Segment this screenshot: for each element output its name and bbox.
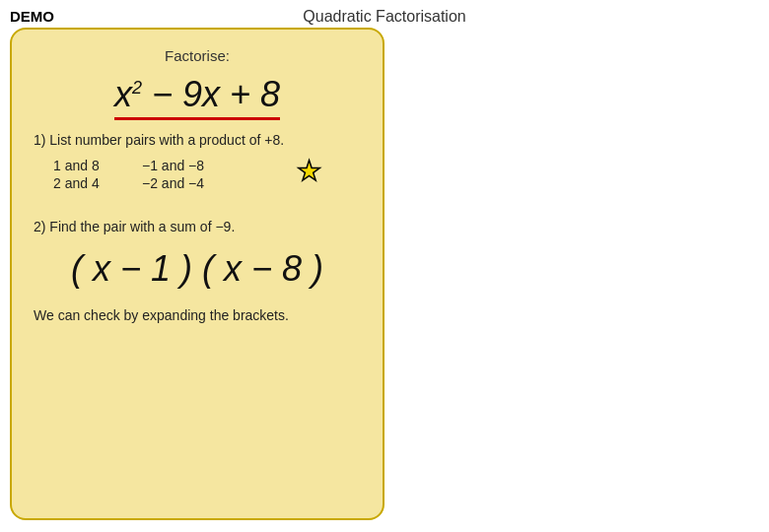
answer-equation: ( x − 1 ) ( x − 8 ): [34, 248, 361, 290]
equation-box: x2 − 9x + 8: [34, 74, 361, 120]
demo-label: DEMO: [10, 8, 54, 25]
page-title: Quadratic Factorisation: [303, 8, 465, 26]
pair-right-2: −2 and −4: [142, 175, 250, 191]
card: Factorise: x2 − 9x + 8 1) List number pa…: [10, 28, 384, 520]
star-icon: ★: [297, 158, 321, 185]
step2-text: 2) Find the pair with a sum of −9.: [34, 219, 361, 234]
pair-right-1: −1 and −8: [142, 158, 250, 173]
pair-left-1: 1 and 8: [53, 158, 142, 173]
step1-text: 1) List number pairs with a product of +…: [34, 132, 361, 148]
main-equation: x2 − 9x + 8: [114, 74, 280, 120]
factorise-label: Factorise:: [34, 47, 361, 64]
pair-left-2: 2 and 4: [53, 175, 142, 191]
number-pairs: 1 and 8 −1 and −8 2 and 4 −2 and −4 ★: [53, 158, 361, 191]
check-text: We can check by expanding the brackets.: [34, 307, 361, 323]
